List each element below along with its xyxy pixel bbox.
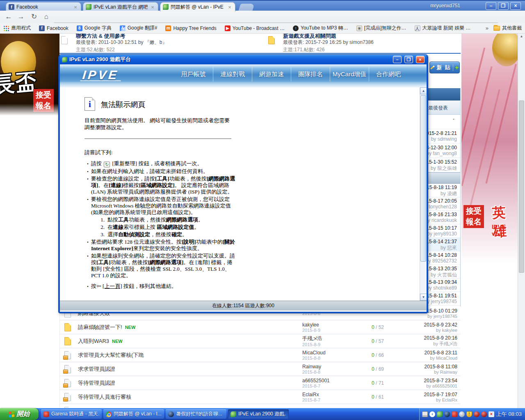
- vlan-menu-item-2[interactable]: 連線對戰: [213, 67, 252, 82]
- page-scrollbar[interactable]: ▲: [518, 34, 525, 408]
- last-post-author[interactable]: by kakylee: [392, 328, 457, 333]
- last-post-author[interactable]: by jerry198745: [392, 314, 457, 319]
- bookmark-3[interactable]: 8Google 字典: [77, 25, 112, 32]
- taskbar: 開始 Garena 競時通 - 黑天...問題解答 @ vLan - I...暑…: [0, 408, 525, 420]
- last-post-author[interactable]: by EclaiRx: [392, 397, 457, 402]
- reply-count: 0: [372, 338, 374, 344]
- popup-minimize-button[interactable]: –: [393, 56, 402, 63]
- bookmark-2[interactable]: fFacebook: [39, 25, 68, 31]
- popup-scrollbar-thumb[interactable]: [420, 95, 426, 262]
- bookmark-8[interactable]: ✳[完成品]無聊之作…: [356, 25, 406, 32]
- topic-title[interactable]: 求求管理員認證: [78, 366, 115, 372]
- topic-date: 2015-8-7: [302, 383, 364, 388]
- last-post-author[interactable]: by 手殘乄浩: [392, 341, 457, 347]
- start-button[interactable]: 開始: [0, 408, 39, 420]
- forum-cell-2[interactable]: 新遊戲支援及相關問題 最後發表: 2015-7-29 16:25 by simo…: [267, 34, 461, 54]
- error-list-item: 3.選擇自動偵測設定，然後按確定。: [97, 231, 235, 238]
- bookmark-4[interactable]: AGoogle 翻譯#: [120, 25, 158, 32]
- task-label: IPvE vLan 2900 遊戲...: [238, 411, 286, 418]
- forum-cell-1[interactable]: 聯繫方法 & 使用參考 最後發表: 2011-10-30 12:51 by 『嫩…: [59, 34, 265, 54]
- vlan-menu-item-1[interactable]: 用戶帳號: [174, 67, 213, 82]
- topic-author[interactable]: 手殘乄浩: [302, 335, 364, 342]
- scroll-up-icon[interactable]: ▲: [518, 34, 525, 38]
- topic-title[interactable]: 等待管理員認證: [78, 380, 115, 386]
- home-button[interactable]: ⌂: [41, 12, 52, 22]
- topic-title[interactable]: 求管理員大大幫忙審核(下跪: [78, 352, 144, 358]
- forum-icon: [61, 36, 68, 44]
- taskbar-task-3[interactable]: 暑假好忙!!的語音聊...: [166, 409, 226, 419]
- bookmark-7[interactable]: ↑YouTube to MP3 轉…: [293, 25, 348, 32]
- topic-date: 2015-8-7: [302, 397, 364, 402]
- new-post-button[interactable]: 新 貼 +: [429, 62, 460, 73]
- tab-2[interactable]: IPvE vLan 遊戲平台 網吧系×: [83, 2, 158, 11]
- last-post-author[interactable]: by a665525001: [392, 383, 457, 388]
- popup-close-button[interactable]: ×: [416, 56, 425, 63]
- topic-title[interactable]: 入唔到WAR3: [78, 338, 109, 344]
- tab-close-icon[interactable]: ×: [150, 4, 155, 10]
- last-post-author[interactable]: by MicaCloud: [392, 356, 457, 361]
- other-bookmarks-button[interactable]: 其他書籤: [493, 25, 522, 32]
- game-tray-icon-2[interactable]: [481, 411, 487, 417]
- error-list-item: 2.在連線索引標籤上按 區域網路設定值。: [97, 224, 235, 231]
- window-close-button[interactable]: ×: [510, 2, 521, 10]
- reload-button[interactable]: ↻: [29, 12, 39, 22]
- topic-author[interactable]: a665525001: [302, 378, 364, 383]
- back-link[interactable]: [上一頁]: [103, 283, 122, 289]
- right-ad-banner[interactable]: 接受 報名 英雄 IPVE vLa: [461, 34, 518, 274]
- taskbar-task-4[interactable]: IPvE vLan 2900 遊戲...: [228, 409, 289, 419]
- hide-icons-chevron-icon[interactable]: ‹: [429, 411, 435, 417]
- tab-1[interactable]: fFacebook×: [6, 2, 81, 11]
- bookmarks-overflow-icon[interactable]: »: [486, 25, 488, 31]
- view-count: / 57: [374, 338, 384, 344]
- window-title: IPvE vLan 2900 遊戲平台: [69, 56, 390, 63]
- bookmark-6[interactable]: ▶YouTube - Broadcast …: [225, 25, 285, 31]
- last-post-author[interactable]: by Rainway: [392, 370, 457, 374]
- popup-scrollbar[interactable]: ▲ ▼: [420, 87, 427, 301]
- plus-icon: +: [455, 64, 459, 71]
- g8-icon: 8: [77, 25, 82, 31]
- garena-tray-icon[interactable]: [452, 411, 457, 417]
- tab-close-icon[interactable]: ×: [227, 4, 233, 10]
- new-tab-button[interactable]: [238, 4, 255, 11]
- vlan-menu-item-4[interactable]: 團隊排名: [291, 67, 330, 82]
- bookmark-1[interactable]: 應用程式: [3, 25, 31, 32]
- popup-maximize-button[interactable]: ❐: [404, 56, 413, 63]
- vlan-menu-item-5[interactable]: MyCard增值: [330, 67, 369, 82]
- game-tray-icon-1[interactable]: [474, 411, 479, 417]
- shield-icon[interactable]: !: [466, 411, 472, 417]
- window-maximize-button[interactable]: ❐: [498, 2, 509, 10]
- taskbar-task-2[interactable]: 問題解答 @ vLan - I...: [103, 409, 164, 419]
- view-count: / 61: [374, 394, 384, 400]
- back-button[interactable]: ←: [3, 12, 14, 22]
- keyboard-icon[interactable]: [422, 411, 428, 417]
- topic-author[interactable]: MicaCloud: [302, 350, 364, 356]
- left-ad-banner[interactable]: 長盃 接受 報名: [0, 34, 59, 118]
- bookmark-9[interactable]: 人大眾論壇 新聞 娛樂 …: [415, 25, 471, 32]
- topic-author[interactable]: Rainway: [302, 364, 364, 370]
- taskbar-task-1[interactable]: Garena 競時通 - 黑天...: [41, 409, 102, 419]
- scroll-down-icon[interactable]: ▼: [420, 294, 427, 301]
- window-minimize-button[interactable]: –: [486, 2, 496, 10]
- youtube-icon: ▶: [225, 25, 231, 31]
- topic-author[interactable]: kakylee: [302, 322, 364, 328]
- bookmarks-list: 應用程式fFacebook8Google 字典AGoogle 翻譯#mHappy…: [3, 25, 486, 32]
- tab-close-icon[interactable]: ×: [73, 4, 78, 10]
- bell-icon[interactable]: [459, 411, 465, 417]
- voice-chat-tray-icon[interactable]: [444, 411, 450, 417]
- blocked-network-icon[interactable]: ×: [488, 411, 494, 417]
- vlan-menu-item-6[interactable]: 合作網吧: [369, 67, 408, 82]
- topic-title[interactable]: 等待管理人員進行審核: [78, 394, 131, 400]
- forward-button[interactable]: →: [16, 12, 26, 22]
- topic-author[interactable]: EclaiRx: [302, 392, 364, 397]
- page-scrollbar-thumb[interactable]: [519, 100, 524, 273]
- tab-3[interactable]: 問題解答 @ vLan - IPvE vL×: [160, 2, 235, 11]
- chrome-icon: [106, 411, 112, 417]
- table-row: 請麻煩驗證號一下!NEWkakylee2015-8-90 / 522015-8-…: [60, 320, 461, 334]
- error-intro: 目前查閱的網頁無法使用。 網站可能發生技術問題或者您需要調整瀏覽器設定。: [84, 117, 231, 131]
- scroll-up-icon[interactable]: ▲: [420, 87, 427, 94]
- window-titlebar[interactable]: IPvE vLan 2900 遊戲平台 – ❐ ×: [60, 55, 427, 64]
- topic-title[interactable]: 請麻煩驗證號一下!: [78, 324, 122, 330]
- vlan-tray-icon[interactable]: [437, 411, 443, 417]
- vlan-menu-item-3[interactable]: 網遊加速: [252, 67, 291, 82]
- bookmark-5[interactable]: mHappy Tree Friends: [165, 25, 216, 31]
